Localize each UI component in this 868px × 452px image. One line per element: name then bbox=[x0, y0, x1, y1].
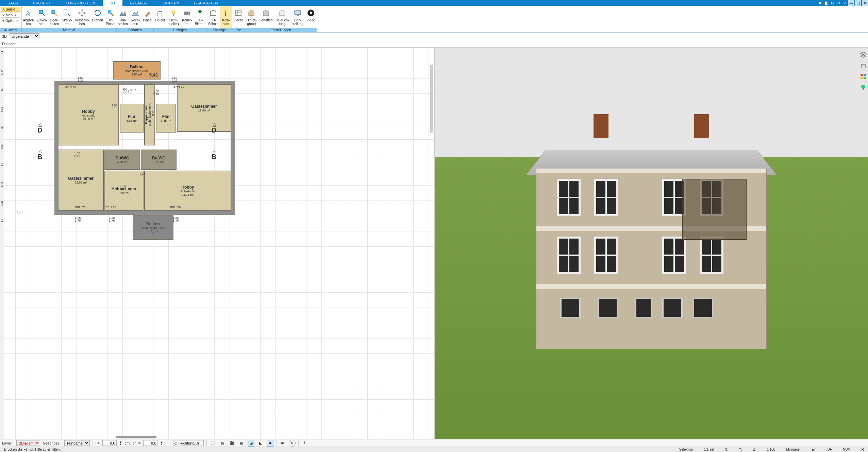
3d-view-pane[interactable] bbox=[435, 48, 868, 439]
help-icon[interactable]: ? bbox=[841, 0, 848, 6]
menu-projekt[interactable]: PROJEKT bbox=[26, 0, 58, 6]
3d-viewport[interactable] bbox=[435, 48, 868, 439]
basement-window bbox=[662, 298, 683, 318]
room-balkon2[interactable]: BalkonWohnfläche 50%4,51 m² bbox=[133, 215, 173, 240]
floorplan-pane[interactable]: 441,44614,99304,93511,461,3614 BalkonWoh… bbox=[0, 48, 435, 439]
menu-datei[interactable]: DATEI bbox=[0, 0, 26, 6]
refresh-icon[interactable]: ↻ bbox=[835, 0, 841, 6]
room-area: 13,85 m² bbox=[75, 181, 87, 184]
room-name: Hobby bbox=[181, 185, 194, 190]
abgreifen-button[interactable]: Abgrei- fen bbox=[22, 6, 35, 28]
room-hobbylager[interactable]: Hobby Lager8,92 m² bbox=[104, 171, 144, 211]
layers-icon[interactable] bbox=[859, 51, 867, 58]
view-mode-1-icon[interactable]: ◢ bbox=[248, 440, 254, 447]
room-flur1[interactable]: Flur6,85 m² bbox=[120, 104, 144, 133]
chimney bbox=[594, 114, 608, 138]
room-area: 8,92 m² bbox=[119, 191, 129, 195]
hintergrund-button[interactable]: Hinter- grund bbox=[245, 6, 258, 28]
zuweisen-button[interactable]: Zuwei- sen bbox=[35, 6, 48, 28]
room-gaeste2[interactable]: Gästezimmer13,85 m² bbox=[58, 150, 104, 211]
button-label: Kame- ra bbox=[182, 18, 192, 26]
status-num: NUM bbox=[841, 448, 853, 451]
close-button[interactable]: ✕ bbox=[862, 0, 868, 6]
geschoss-combo[interactable]: Fundament bbox=[64, 440, 90, 446]
minimize-button[interactable]: — bbox=[848, 0, 854, 6]
kollision-button[interactable]: Kolli- sion bbox=[220, 6, 232, 28]
north-icon[interactable]: N bbox=[289, 440, 296, 447]
settings-icon[interactable]: ⚙ bbox=[829, 0, 835, 6]
selekt-button[interactable]: ↖ Selekt bbox=[1, 7, 20, 12]
schatten2-button[interactable]: Schatten bbox=[258, 6, 274, 28]
palette-icon[interactable] bbox=[859, 73, 867, 80]
v-scrollbar[interactable] bbox=[430, 65, 433, 133]
view-mode-3-icon[interactable]: ◆ bbox=[267, 440, 273, 447]
objekt-button[interactable]: Objekt bbox=[154, 6, 166, 28]
menu-sichten[interactable]: SICHTEN bbox=[155, 0, 186, 6]
l-input[interactable] bbox=[102, 440, 117, 446]
flaeche-button[interactable]: Fläche bbox=[232, 6, 245, 28]
room-name: Gästezimmer bbox=[191, 104, 217, 109]
rechnen-button[interactable]: Rech- nen bbox=[129, 6, 141, 28]
darstellung-button[interactable]: Dar- stellung bbox=[290, 6, 304, 28]
layer-combo[interactable]: 2D-Elemen bbox=[16, 440, 40, 446]
ribbon-group-schatten: Dar- stellenRech- nenPinsel Schatten bbox=[117, 6, 154, 32]
dl-input[interactable] bbox=[173, 440, 204, 446]
kamera-button[interactable]: Kame- ra bbox=[181, 6, 193, 28]
ruler-tick: 4,93 bbox=[0, 144, 3, 150]
help-text: Drücken Sie F1, um Hilfe zu erhalten. bbox=[2, 448, 63, 451]
beleuchtung-button[interactable]: Beleuch- tung bbox=[274, 6, 290, 28]
info-icon[interactable]: ℹ bbox=[301, 440, 308, 447]
maximize-button[interactable]: ▢ bbox=[855, 0, 861, 6]
layers-icon[interactable]: ▦ bbox=[238, 440, 245, 447]
menu-3d[interactable]: 3D bbox=[103, 0, 122, 6]
room-balkon1[interactable]: BalkonWohnfläche 50%2,50 m²5,42 bbox=[113, 61, 161, 80]
button-label: Dar- stellen bbox=[118, 18, 128, 26]
bearbeiten-icon bbox=[50, 8, 59, 18]
grid-icon[interactable]: ⊞ bbox=[279, 440, 286, 447]
layer-select[interactable]: Urgelände bbox=[9, 33, 39, 39]
menu-gelaende[interactable]: GELÄNDE bbox=[122, 0, 155, 6]
menu-konstruktion[interactable]: KONSTRUKTION bbox=[58, 0, 102, 6]
room-hobby2[interactable]: HobbyFotostudio24,71 m² bbox=[144, 171, 231, 211]
video-button[interactable]: Video bbox=[305, 6, 317, 28]
room-extra: 5,42 bbox=[149, 72, 158, 77]
room-gaeste1[interactable]: Gästezimmer11,96 m² bbox=[177, 84, 231, 132]
room-hobby1[interactable]: HobbyNähstudio19,90 m² bbox=[58, 84, 119, 145]
clock-icon[interactable]: 🕐 bbox=[210, 440, 216, 447]
hinpinsel-button[interactable]: Hin. Pinsel bbox=[104, 6, 117, 28]
room-name: Flur bbox=[162, 114, 170, 119]
room-area: 4,20 m² bbox=[117, 160, 128, 164]
room-duwc2[interactable]: Du/WC3,33 m² bbox=[141, 150, 177, 170]
verschieben-button[interactable]: Verschie- ben bbox=[73, 6, 90, 28]
room-duwc1[interactable]: Du/WC4,20 m² bbox=[104, 150, 140, 170]
bitmap3d-button[interactable]: 3D- Bitmap bbox=[194, 6, 207, 28]
tool-icon[interactable]: ✖ bbox=[817, 0, 823, 6]
furniture-icon[interactable] bbox=[859, 62, 867, 69]
pinsel-button[interactable]: Pinsel bbox=[141, 6, 154, 28]
room-name: Flur bbox=[128, 114, 136, 119]
chimney bbox=[694, 114, 709, 138]
phi-input[interactable] bbox=[143, 440, 157, 446]
drehen-button[interactable]: Drehen bbox=[90, 6, 104, 28]
h-scrollbar[interactable] bbox=[116, 436, 156, 438]
bearbeiten-button[interactable]: Bear- beiten bbox=[48, 6, 61, 28]
skalieren-button[interactable]: Skalie- ren bbox=[61, 6, 74, 28]
kollision-icon bbox=[221, 8, 231, 18]
room-flur2[interactable]: Flur6,35 m² bbox=[156, 104, 176, 133]
window bbox=[557, 237, 581, 274]
schnitt3d-button[interactable]: 3D- Schnitt bbox=[207, 6, 220, 28]
camera-icon[interactable]: 🎥 bbox=[229, 440, 235, 447]
room-area: 1,88 m² bbox=[151, 110, 155, 120]
monitor-icon[interactable]: 🖥 bbox=[219, 440, 226, 447]
mark-button[interactable]: ✓ Mark.▾ bbox=[1, 13, 20, 18]
ruler-tick: 30 bbox=[0, 126, 3, 129]
tree-icon[interactable] bbox=[859, 84, 867, 91]
clipboard-icon[interactable]: 📋 bbox=[823, 0, 829, 6]
lichtquelle-button[interactable]: Licht- quelle ▾ bbox=[166, 6, 181, 28]
menu-bearbeiten[interactable]: BEARBEITEN bbox=[187, 0, 226, 6]
optionen-button[interactable]: ✚ Optionen bbox=[1, 18, 20, 23]
svg-rect-12 bbox=[236, 10, 241, 16]
layer-label: Layer : bbox=[2, 441, 14, 445]
view-mode-2-icon[interactable]: ◣ bbox=[257, 440, 264, 447]
darstellen-button[interactable]: Dar- stellen bbox=[117, 6, 129, 28]
